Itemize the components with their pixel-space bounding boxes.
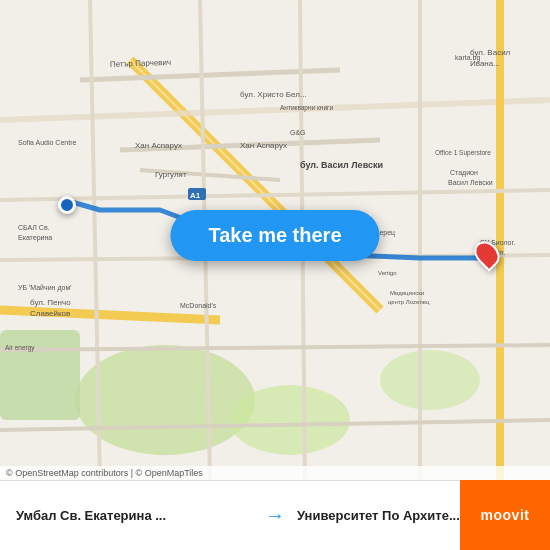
app: Петър Парчевич Хан Аспарух Хан Аспарух Г… bbox=[0, 0, 550, 550]
svg-text:Air energy: Air energy bbox=[5, 344, 35, 352]
svg-text:Хан Аспарух: Хан Аспарух bbox=[135, 141, 182, 150]
bottom-bar: Умбал Св. Екатерина ... → Университет По… bbox=[0, 480, 550, 550]
svg-text:Vertigo: Vertigo bbox=[378, 270, 397, 276]
svg-text:Гургулят: Гургулят bbox=[155, 170, 187, 179]
svg-text:Стадион: Стадион bbox=[450, 169, 478, 177]
svg-point-4 bbox=[380, 350, 480, 410]
svg-text:Антикварни книги: Антикварни книги bbox=[280, 104, 333, 112]
svg-text:G&G: G&G bbox=[290, 129, 306, 136]
svg-text:УБ 'Майчин дом': УБ 'Майчин дом' bbox=[18, 284, 72, 292]
svg-text:Sofia Audio Centre: Sofia Audio Centre bbox=[18, 139, 76, 146]
svg-text:СБАЛ Св.: СБАЛ Св. bbox=[18, 224, 50, 231]
svg-text:Екатерина: Екатерина bbox=[18, 234, 52, 242]
copyright-text: © OpenStreetMap contributors | © OpenMap… bbox=[6, 468, 203, 478]
take-me-there-button[interactable]: Take me there bbox=[170, 210, 379, 261]
svg-text:Васил Левски: Васил Левски bbox=[448, 179, 493, 186]
svg-text:karta.bg: karta.bg bbox=[455, 54, 480, 62]
svg-text:A1: A1 bbox=[190, 191, 201, 200]
svg-text:Медицински: Медицински bbox=[390, 290, 424, 296]
svg-text:центр Лоzenец: центр Лоzenец bbox=[388, 299, 430, 305]
svg-text:Славейков: Славейков bbox=[30, 309, 70, 318]
moovit-logo: moovit bbox=[460, 480, 550, 550]
destination-marker bbox=[476, 240, 498, 268]
route-arrow: → bbox=[259, 504, 291, 527]
svg-text:McDonald's: McDonald's bbox=[180, 302, 217, 309]
svg-point-2 bbox=[230, 385, 350, 455]
map-container: Петър Парчевич Хан Аспарух Хан Аспарух Г… bbox=[0, 0, 550, 480]
svg-point-1 bbox=[75, 345, 255, 455]
map-copyright: © OpenStreetMap contributors | © OpenMap… bbox=[0, 466, 550, 480]
svg-text:бул. Васил Левски: бул. Васил Левски bbox=[300, 160, 383, 170]
moovit-label: moovit bbox=[481, 507, 530, 523]
svg-text:Хан Аспарух: Хан Аспарух bbox=[240, 141, 287, 150]
start-marker bbox=[58, 196, 76, 214]
from-location-name: Умбал Св. Екатерина ... bbox=[16, 508, 253, 523]
svg-text:Office 1 Superstore: Office 1 Superstore bbox=[435, 149, 491, 157]
svg-text:бул. Христо Бел...: бул. Христо Бел... bbox=[240, 90, 307, 99]
svg-text:бул. Пенчо: бул. Пенчо bbox=[30, 298, 71, 307]
from-location: Умбал Св. Екатерина ... bbox=[10, 508, 259, 523]
